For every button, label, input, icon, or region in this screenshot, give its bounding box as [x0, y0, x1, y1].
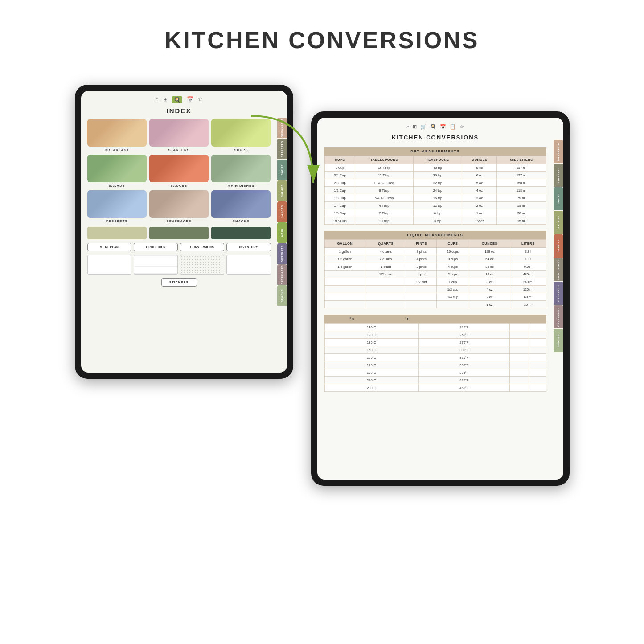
- left-tab-snacks[interactable]: SNACKS: [277, 285, 287, 306]
- temp-c-r5: 175°C: [324, 361, 418, 369]
- right-cart-icon[interactable]: 🛒: [420, 124, 427, 130]
- right-tab-beverages[interactable]: BEVERAGES: [554, 305, 563, 328]
- food-cell-breakfast[interactable]: BREAKFAST: [87, 119, 147, 152]
- dry-cell-r1-c2: 36 tsp: [413, 172, 462, 179]
- right-tablet: ⌂ ⊞ 🛒 🍳 📅 📋 ☆ KITCHEN CONVERSIONS DRY ME…: [311, 111, 570, 486]
- liq-cell-r1-c0: 1/2 gallon: [324, 255, 365, 263]
- liq-cell-r7-c1: [365, 301, 406, 308]
- index-title: INDEX: [87, 107, 271, 115]
- dry-cell-r4-c4: 79 ml: [497, 194, 546, 202]
- dry-cell-r4-c2: 16 tsp: [413, 194, 462, 202]
- temp-x2-r7: [528, 377, 546, 384]
- color-swatches: [87, 227, 271, 239]
- temp-c-r7: 220°C: [324, 377, 418, 384]
- liq-cell-r2-c0: 1/4 gallon: [324, 263, 365, 271]
- liq-cell-r6-c3: 1/4 cup: [437, 293, 469, 301]
- temp-x1-r8: [510, 384, 528, 392]
- dry-cell-r0-c3: 8 oz: [462, 164, 497, 172]
- calendar-icon[interactable]: 📅: [187, 96, 193, 103]
- liq-cell-r2-c1: 1 quart: [365, 263, 406, 271]
- right-tab-main[interactable]: MAIN DISHES: [554, 258, 563, 281]
- right-tablet-content: ⌂ ⊞ 🛒 🍳 📅 📋 ☆ KITCHEN CONVERSIONS DRY ME…: [317, 118, 554, 480]
- right-grid-icon[interactable]: ⊞: [413, 124, 417, 130]
- right-tab-desserts[interactable]: DESSERTS: [554, 282, 563, 305]
- dry-cell-r5-c2: 12 tsp: [413, 202, 462, 209]
- grid-opt-lined[interactable]: [134, 255, 178, 275]
- temp-f-r5: 350°F: [418, 361, 509, 369]
- dry-cell-r5-c4: 59 ml: [497, 202, 546, 209]
- left-tab-beverages[interactable]: BEVERAGES: [277, 264, 287, 285]
- breakfast-img: [87, 119, 147, 147]
- star-icon[interactable]: ☆: [198, 96, 203, 103]
- temp-x1-r4: [510, 354, 528, 361]
- right-tab-snacks[interactable]: SNACKS: [554, 329, 563, 352]
- dry-cell-r3-c4: 118 ml: [497, 187, 546, 194]
- grid-icon[interactable]: ⊞: [163, 96, 168, 103]
- right-star-icon[interactable]: ☆: [459, 124, 464, 130]
- right-home-icon[interactable]: ⌂: [406, 124, 410, 130]
- left-tab-desserts[interactable]: DESSERTS: [277, 243, 287, 264]
- dry-cell-r2-c4: 158 ml: [497, 179, 546, 187]
- beverages-label: BEVERAGES: [166, 219, 191, 223]
- dry-cell-r6-c2: 6 tsp: [413, 209, 462, 217]
- liq-cell-r3-c0: [324, 271, 365, 278]
- tablets-container: ⌂ ⊞ 🍳 📅 ☆ INDEX BREAKFAST STARTERS: [75, 85, 570, 486]
- meal-plan-button[interactable]: MEAL PLAN: [87, 243, 131, 251]
- page-title: KITCHEN CONVERSIONS: [165, 27, 480, 53]
- right-cal-icon[interactable]: 📅: [440, 124, 446, 130]
- left-tab-sauces[interactable]: SAUCES: [277, 201, 287, 222]
- food-cell-snacks[interactable]: SNACKS: [211, 190, 271, 223]
- inventory-button[interactable]: INVENTORY: [226, 243, 271, 251]
- conversions-icon[interactable]: 🍳: [172, 96, 182, 103]
- food-cell-starters[interactable]: STARTERS: [149, 119, 209, 152]
- liquid-measurements-table: GALLON QUARTS PINTS CUPS OUNCES LITERS 1…: [324, 239, 546, 308]
- right-conv-icon[interactable]: 🍳: [430, 124, 436, 130]
- grid-opt-blank[interactable]: [87, 255, 131, 275]
- liq-cell-r5-c3: 1/2 cup: [437, 286, 469, 293]
- temp-f-r4: 325°F: [418, 354, 509, 361]
- temp-x1-r5: [510, 361, 528, 369]
- temp-c-r2: 135°C: [324, 339, 418, 346]
- temp-c-r1: 120°C: [324, 331, 418, 339]
- beverages-img: [149, 190, 209, 218]
- right-tab-salads[interactable]: SALADS: [554, 211, 563, 234]
- conversions-button[interactable]: CONVERSIONS: [180, 243, 224, 251]
- groceries-button[interactable]: GROCERIES: [134, 243, 178, 251]
- temp-f-r3: 300°F: [418, 346, 509, 354]
- temp-f-r6: 375°F: [418, 369, 509, 377]
- temperature-table: 110°C225°F120°C250°F135°C275°F150°C300°F…: [324, 323, 546, 392]
- liq-cell-r2-c3: 4 cups: [437, 263, 469, 271]
- liq-cell-r4-c1: [365, 278, 406, 286]
- food-cell-desserts[interactable]: DESSERTS: [87, 190, 147, 223]
- dry-cell-r3-c1: 8 Tbsp: [355, 187, 413, 194]
- right-tab-starters[interactable]: STARTERS: [554, 164, 563, 187]
- conversion-title: KITCHEN CONVERSIONS: [324, 134, 546, 141]
- right-tab-breakfast[interactable]: BREAKFAST: [554, 140, 563, 163]
- grid-opt-dotted[interactable]: [180, 255, 224, 275]
- right-tab-soups[interactable]: SOUPS: [554, 187, 563, 210]
- food-cell-salads[interactable]: SALADS: [87, 155, 147, 188]
- home-icon[interactable]: ⌂: [155, 96, 158, 103]
- dry-measurements-table: CUPS TABLESPOONS TEASPOONS OUNCES MILLIL…: [324, 156, 546, 225]
- liq-cell-r5-c4: 4 oz: [469, 286, 510, 293]
- liquid-measurements-header: LIQUID MEASUREMENTS: [324, 231, 546, 239]
- right-toolbar: ⌂ ⊞ 🛒 🍳 📅 📋 ☆: [324, 124, 546, 130]
- liq-cell-r6-c1: [365, 293, 406, 301]
- grid-opt-blank2[interactable]: [226, 255, 271, 275]
- right-tab-sauces[interactable]: SAUCES: [554, 234, 563, 258]
- dry-cell-r5-c1: 4 Tbsp: [355, 202, 413, 209]
- food-cell-sauces[interactable]: SAUCES: [149, 155, 209, 188]
- temp-x1-r0: [510, 324, 528, 331]
- col-quarts: QUARTS: [365, 240, 406, 248]
- stickers-button[interactable]: STICKERS: [161, 278, 197, 287]
- liq-cell-r3-c1: 1/2 quart: [365, 271, 406, 278]
- col-teaspoons: TEASPOONS: [413, 156, 462, 164]
- food-cell-beverages[interactable]: BEVERAGES: [149, 190, 209, 223]
- right-tabs: BREAKFAST STARTERS SOUPS SALADS SAUCES M…: [554, 118, 563, 480]
- left-tab-conversions[interactable]: MAIN: [277, 222, 287, 243]
- temp-x1-r7: [510, 377, 528, 384]
- dry-cell-r2-c3: 5 oz: [462, 179, 497, 187]
- right-tablet-screen: ⌂ ⊞ 🛒 🍳 📅 📋 ☆ KITCHEN CONVERSIONS DRY ME…: [317, 118, 563, 480]
- dry-cell-r1-c1: 12 Tbsp: [355, 172, 413, 179]
- right-note-icon[interactable]: 📋: [450, 124, 456, 130]
